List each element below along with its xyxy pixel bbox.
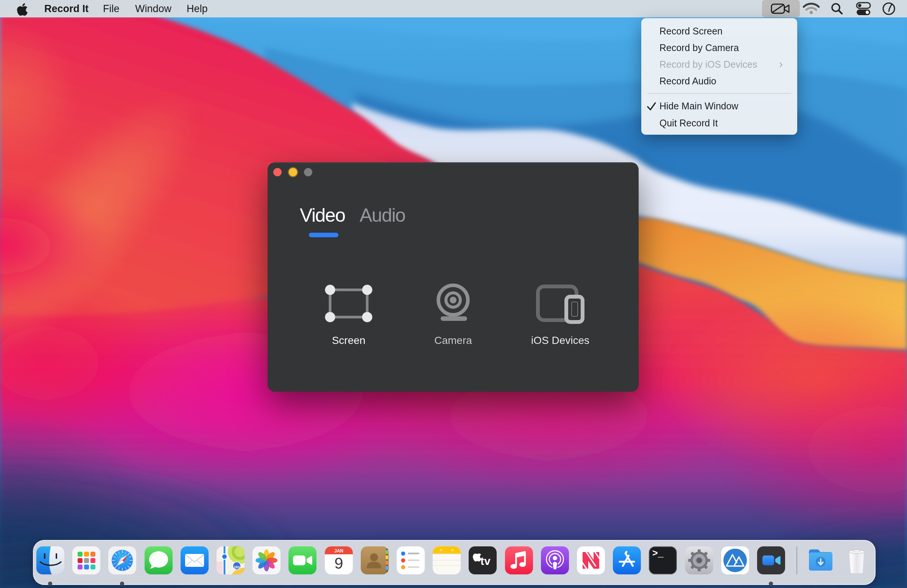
svg-text:9: 9 [334,554,343,572]
svg-text:280: 280 [234,565,240,569]
svg-text:>_: >_ [652,548,664,559]
svg-text:tv: tv [481,555,490,567]
svg-text:JAN: JAN [334,548,343,554]
